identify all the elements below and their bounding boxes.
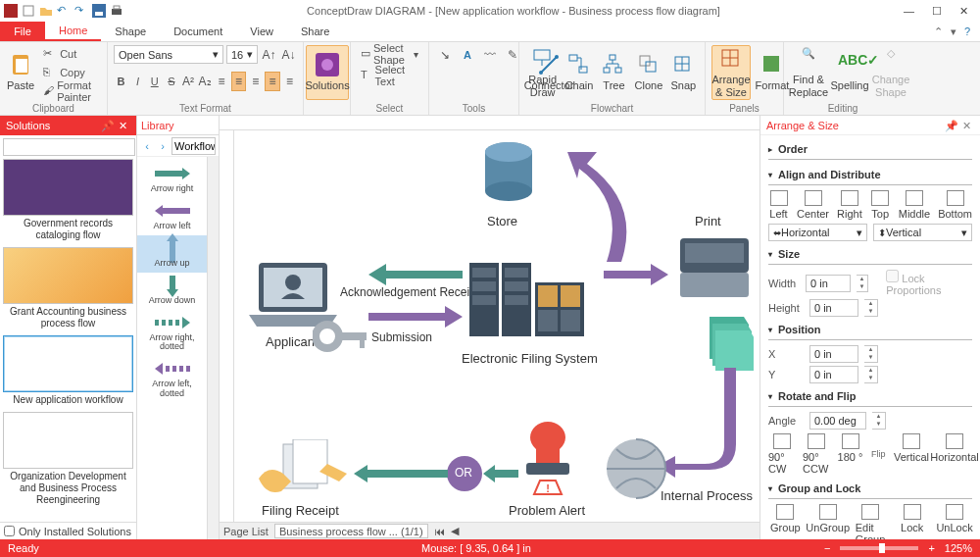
chain-button[interactable]: Chain [564, 45, 594, 100]
unlock-btn[interactable]: UnLock [937, 504, 972, 539]
rotate-180-btn[interactable]: 180 ° [837, 433, 863, 475]
font-grow-icon[interactable]: A↑ [261, 45, 277, 65]
y-input[interactable]: 0 in [809, 366, 858, 383]
lib-item-arrow-right-dotted[interactable]: Arrow right, dotted [137, 310, 207, 357]
qat-save-icon[interactable] [92, 4, 106, 18]
solutions-search-input[interactable] [3, 138, 135, 156]
lib-item-arrow-left[interactable]: Arrow left [137, 198, 207, 235]
superscript-button[interactable]: A² [180, 72, 195, 91]
only-installed-checkbox[interactable] [4, 526, 15, 536]
rapid-draw-button[interactable]: Rapid Draw [525, 45, 560, 100]
find-replace-button[interactable]: 🔍Find & Replace [790, 45, 827, 100]
flip-vertical-btn[interactable]: Vertical [894, 433, 929, 475]
help-icon[interactable]: ? [964, 25, 970, 37]
status-zoom-in[interactable]: + [928, 542, 934, 554]
shape-key[interactable] [313, 317, 371, 356]
lib-back-icon[interactable]: ‹ [140, 139, 154, 153]
lib-item-arrow-right[interactable]: Arrow right [137, 161, 207, 198]
arrow-efs-to-store[interactable] [528, 144, 656, 272]
lock-btn[interactable]: Lock [895, 504, 929, 539]
section-rotate[interactable]: Rotate and Flip [768, 386, 972, 407]
section-group[interactable]: Group and Lock [768, 479, 972, 499]
pin-icon[interactable]: 📌 [101, 120, 113, 131]
strike-button[interactable]: S [164, 72, 178, 91]
select-text-button[interactable]: TSelect Text [357, 67, 422, 84]
library-scrollbar[interactable] [207, 157, 219, 539]
align-bottom-button[interactable]: ≡ [282, 72, 297, 91]
arrow-or-to-filing[interactable] [352, 464, 450, 483]
cut-button[interactable]: ✂Cut [39, 45, 101, 63]
rotate-90ccw-btn[interactable]: 90° CCW [803, 433, 829, 475]
shape-printer[interactable] [670, 228, 759, 307]
align-center-btn[interactable]: Center [797, 190, 829, 220]
lib-item-arrow-left-dotted[interactable]: Arrow left, dotted [137, 356, 207, 403]
solution-thumb-3[interactable] [3, 335, 133, 392]
tool-line-icon[interactable]: ↘ [435, 45, 455, 65]
rotate-90cw-btn[interactable]: 90° CW [768, 433, 795, 475]
tab-document[interactable]: Document [160, 22, 236, 41]
section-position[interactable]: Position [768, 320, 972, 340]
shape-efs[interactable] [465, 258, 592, 346]
tab-share[interactable]: Share [287, 22, 343, 41]
solution-thumb-1[interactable] [3, 159, 133, 216]
tool-poly-icon[interactable]: 〰 [480, 45, 500, 65]
flip-horizontal-btn[interactable]: Horizontal [937, 433, 972, 475]
clone-button[interactable]: Clone [633, 45, 663, 100]
arrow-ack[interactable] [367, 263, 465, 286]
qat-undo-icon[interactable]: ↶ [57, 4, 71, 18]
select-shape-button[interactable]: ▭Select Shape▾ [357, 45, 422, 63]
page-nav-prev[interactable]: ◀ [451, 525, 459, 537]
angle-spinner[interactable]: ▲▼ [872, 412, 886, 430]
library-select[interactable]: Workflow...▾ [172, 137, 216, 155]
align-right-btn[interactable]: Right [837, 190, 862, 220]
tab-home[interactable]: Home [45, 22, 101, 41]
x-spinner[interactable]: ▲▼ [864, 345, 878, 363]
solution-thumb-2[interactable] [3, 247, 133, 304]
angle-input[interactable]: 0.00 deg [809, 412, 866, 430]
ungroup-btn[interactable]: UnGroup [810, 504, 846, 539]
distribute-horizontal-select[interactable]: ⬌ Horizontal▾ [768, 224, 867, 241]
maximize-button[interactable]: ☐ [932, 5, 942, 18]
spelling-button[interactable]: ABC✓Spelling [831, 45, 868, 100]
minimize-button[interactable]: — [904, 5, 914, 18]
format-painter-button[interactable]: 🖌Format Painter [39, 82, 101, 100]
shape-filing[interactable] [254, 439, 352, 503]
ribbon-min-icon[interactable]: ⌃ [934, 25, 943, 38]
tab-shape[interactable]: Shape [101, 22, 160, 41]
paste-button[interactable]: Paste [6, 45, 35, 100]
arrange-close-icon[interactable]: ✕ [962, 120, 974, 131]
italic-button[interactable]: I [130, 72, 145, 91]
align-right-button[interactable]: ≡ [248, 72, 263, 91]
align-middle-button[interactable]: ≡ [265, 72, 280, 91]
section-order[interactable]: Order [768, 139, 972, 160]
page-nav-first[interactable]: ⏮ [434, 526, 445, 537]
qat-new-icon[interactable] [22, 4, 35, 18]
font-select[interactable]: Open Sans▾ [114, 45, 223, 64]
qat-print-icon[interactable] [110, 4, 123, 18]
qat-redo-icon[interactable]: ↷ [74, 4, 88, 18]
arrange-pin-icon[interactable]: 📌 [945, 120, 956, 131]
shape-paper-stack[interactable] [705, 312, 754, 371]
font-shrink-icon[interactable]: A↓ [280, 45, 297, 65]
width-spinner[interactable]: ▲▼ [857, 275, 869, 292]
ribbon-opts-icon[interactable]: ▾ [951, 25, 956, 38]
edit-group-btn[interactable]: Edit Group [854, 504, 888, 539]
arrow-efs-to-print[interactable] [602, 263, 670, 286]
arrow-internal-to-or[interactable] [481, 464, 520, 483]
lib-item-arrow-up[interactable]: Arrow up [137, 235, 207, 273]
solutions-button[interactable]: Solutions [306, 45, 349, 100]
align-left-button[interactable]: ≡ [215, 72, 229, 91]
lib-item-arrow-down[interactable]: Arrow down [137, 273, 207, 310]
arrow-submission[interactable] [367, 305, 465, 329]
snap-button[interactable]: Snap [668, 45, 699, 100]
close-button[interactable]: ✕ [959, 5, 968, 18]
distribute-vertical-select[interactable]: ⬍ Vertical▾ [873, 224, 972, 241]
file-tab[interactable]: File [0, 22, 45, 41]
align-middle-btn[interactable]: Middle [899, 190, 930, 220]
close-icon[interactable]: ✕ [119, 120, 130, 131]
canvas[interactable]: Store Print Applicant Acknowledgement Re… [234, 130, 760, 522]
align-top-btn[interactable]: Top [870, 190, 891, 220]
font-size-select[interactable]: 16▾ [226, 45, 258, 64]
height-spinner[interactable]: ▲▼ [864, 299, 878, 317]
solution-thumb-4[interactable] [3, 412, 133, 469]
